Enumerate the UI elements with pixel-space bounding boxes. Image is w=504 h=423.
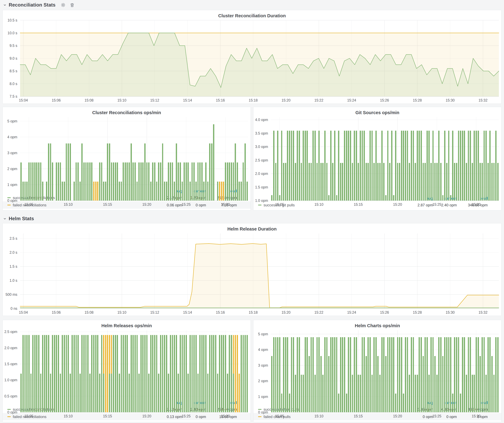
x-axis-label: 15:25 <box>427 414 446 418</box>
x-axis-label: 15:08 <box>80 98 98 102</box>
y-axis-label: 4 opm <box>3 135 17 139</box>
panel-cluster-reconciliation-duration: Cluster Reconciliation Duration 15:0415:… <box>2 10 502 104</box>
y-axis-label: 1 opm <box>3 182 17 187</box>
y-axis-label: 1.5 opm <box>3 362 17 366</box>
y-axis-label: 1.0 opm <box>253 198 268 203</box>
chevron-down-icon[interactable] <box>3 217 7 221</box>
gear-icon[interactable] <box>61 3 66 7</box>
x-axis-label: 15:30 <box>467 414 486 418</box>
y-axis-label: 4.0 opm <box>253 118 268 122</box>
y-axis-label: 2.0 opm <box>3 346 17 350</box>
panel-title[interactable]: Git Sources ops/min <box>253 107 501 116</box>
x-axis-label: 15:28 <box>408 310 427 315</box>
x-axis-label: 15:15 <box>98 202 117 207</box>
x-axis-label: 15:04 <box>14 98 33 102</box>
section-title[interactable]: Helm Stats <box>9 216 34 222</box>
x-axis-label: 15:15 <box>349 414 368 418</box>
section-title[interactable]: Reconciliation Stats <box>9 2 55 8</box>
chart-canvas[interactable] <box>3 329 251 419</box>
x-axis-label: 15:30 <box>441 310 460 315</box>
x-axis-label: 15:10 <box>113 310 131 315</box>
y-axis-label: 2.5 opm <box>253 158 268 162</box>
chart-plot-area[interactable]: 15:0415:0615:0815:1015:1215:1415:1615:18… <box>3 232 501 316</box>
y-axis-label: 10.0 s <box>3 31 17 35</box>
y-axis-label: 3 opm <box>3 151 17 155</box>
panel-title[interactable]: Helm Charts ops/min <box>253 320 501 329</box>
y-axis-label: 3.5 opm <box>253 131 268 135</box>
x-axis-label: 15:10 <box>310 202 328 207</box>
chart-canvas[interactable] <box>3 19 501 104</box>
x-axis-label: 15:20 <box>138 202 156 207</box>
y-axis-label: 2.5 opm <box>3 329 17 334</box>
x-axis-label: 15:22 <box>310 98 328 102</box>
chart-canvas[interactable] <box>253 116 501 208</box>
x-axis-label: 15:06 <box>47 98 66 102</box>
x-axis-label: 15:32 <box>474 98 492 102</box>
x-axis-label: 15:22 <box>310 310 328 315</box>
y-axis-label: 3 opm <box>253 363 268 368</box>
y-axis-label: 2.0 opm <box>253 171 268 176</box>
x-axis-label: 15:30 <box>216 414 235 418</box>
chart-plot-area[interactable]: 15:0415:0615:0815:1015:1215:1415:1615:18… <box>3 19 501 104</box>
panel-title[interactable]: Helm Releases ops/min <box>3 320 251 329</box>
x-axis-label: 15:20 <box>277 98 295 102</box>
panel-title[interactable]: Helm Release Duration <box>3 223 501 232</box>
x-axis-label: 15:20 <box>388 202 407 207</box>
chart-plot-area[interactable]: 15:0515:1015:1515:2015:2515:300 opm0.5 o… <box>3 329 251 399</box>
chart-canvas[interactable] <box>3 232 501 316</box>
y-axis-label: 1.5 s <box>3 264 17 269</box>
panel-git-sources-opm: Git Sources ops/min 15:0515:1015:1515:20… <box>253 107 502 210</box>
y-axis-label: 0 opm <box>3 198 17 203</box>
y-axis-label: 1.5 opm <box>253 185 268 189</box>
y-axis-label: 2.0 s <box>3 250 17 255</box>
x-axis-label: 15:14 <box>178 310 197 315</box>
section-header-helm-stats: Helm Stats <box>0 214 504 223</box>
chart-plot-area[interactable]: 15:0515:1015:1515:2015:2515:300 opm1 opm… <box>3 116 251 187</box>
x-axis-label: 15:05 <box>19 202 38 207</box>
x-axis-label: 15:12 <box>145 98 164 102</box>
x-axis-label: 15:30 <box>467 202 486 207</box>
x-axis-label: 15:05 <box>270 202 289 207</box>
section-header-reconciliation-stats: Reconciliation Stats <box>0 0 504 10</box>
x-axis-label: 15:20 <box>138 414 156 418</box>
y-axis-label: 1.0 opm <box>3 378 17 382</box>
y-axis-label: 4 opm <box>253 347 268 352</box>
y-axis-label: 5 opm <box>3 119 17 123</box>
x-axis-label: 15:26 <box>375 98 394 102</box>
trash-icon[interactable] <box>70 3 74 7</box>
x-axis-label: 15:30 <box>441 98 460 102</box>
x-axis-label: 15:16 <box>211 310 230 315</box>
x-axis-label: 15:04 <box>14 310 33 315</box>
x-axis-label: 15:18 <box>244 310 263 315</box>
x-axis-label: 15:25 <box>427 202 446 207</box>
x-axis-label: 15:10 <box>59 414 78 418</box>
x-axis-label: 15:05 <box>19 414 38 418</box>
panel-helm-charts-opm: Helm Charts ops/min 15:0515:1015:1515:20… <box>253 320 502 422</box>
panel-title[interactable]: Cluster Reconciliation Duration <box>3 10 501 19</box>
x-axis-label: 15:25 <box>177 414 195 418</box>
x-axis-label: 15:18 <box>244 98 263 102</box>
y-axis-label: 0 opm <box>3 410 17 414</box>
y-axis-label: 0.5 opm <box>3 394 17 398</box>
y-axis-label: 5 opm <box>253 332 268 336</box>
chart-plot-area[interactable]: 15:0515:1015:1515:2015:2515:300 opm1 opm… <box>253 329 501 399</box>
y-axis-label: 500 ms <box>3 292 17 297</box>
y-axis-label: 0 opm <box>253 410 268 414</box>
chart-plot-area[interactable]: 15:0515:1015:1515:2015:2515:301.0 opm1.5… <box>253 116 501 194</box>
x-axis-label: 15:24 <box>342 310 361 315</box>
y-axis-label: 9.5 s <box>3 43 17 48</box>
chart-canvas[interactable] <box>253 329 501 419</box>
y-axis-label: 10.5 s <box>3 18 17 23</box>
y-axis-label: 8.0 s <box>3 82 17 86</box>
x-axis-label: 15:30 <box>216 202 235 207</box>
y-axis-label: 1 opm <box>253 394 268 399</box>
x-axis-label: 15:28 <box>408 98 427 102</box>
y-axis-label: 2 opm <box>3 167 17 171</box>
chevron-down-icon[interactable] <box>3 3 7 7</box>
chart-canvas[interactable] <box>3 116 251 208</box>
panel-title[interactable]: Cluster Reconciliations ops/min <box>3 107 251 116</box>
x-axis-label: 15:10 <box>59 202 78 207</box>
x-axis-label: 15:05 <box>270 414 289 418</box>
panel-helm-release-duration: Helm Release Duration 15:0415:0615:0815:… <box>2 223 502 316</box>
y-axis-label: 2.5 s <box>3 236 17 241</box>
